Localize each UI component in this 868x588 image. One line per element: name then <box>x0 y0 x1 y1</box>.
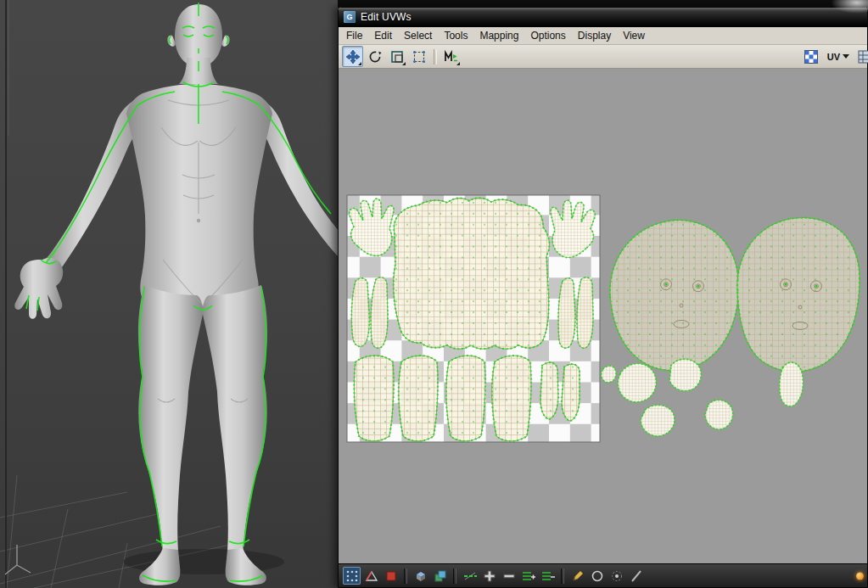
menu-display[interactable]: Display <box>572 28 617 43</box>
brush-falloff-button[interactable] <box>608 567 625 585</box>
uv-layout <box>339 69 867 563</box>
selection-toolbar <box>339 563 867 587</box>
menu-bar: File Edit Select Tools Mapping Options D… <box>339 27 867 45</box>
loop-shrink-button[interactable] <box>539 567 557 585</box>
dashed-line-icon <box>462 568 478 584</box>
checker-map-icon <box>804 49 819 64</box>
texture-list-icon <box>857 49 868 64</box>
menu-edit[interactable]: Edit <box>368 28 398 43</box>
dot-circle-icon <box>609 568 624 584</box>
uv-edit-canvas[interactable] <box>339 69 867 563</box>
toolbar-right-cluster: UV <box>801 45 867 68</box>
select-element-button[interactable] <box>412 567 429 585</box>
minus-icon <box>501 568 517 584</box>
freeform-mode-button[interactable] <box>408 46 429 67</box>
show-checker-map-button[interactable] <box>801 46 822 67</box>
chevron-down-icon <box>843 54 849 59</box>
uv-island-head-left[interactable] <box>610 220 738 370</box>
pencil-icon <box>570 568 585 584</box>
edge-loop-button[interactable] <box>461 567 479 585</box>
shrink-selection-button[interactable] <box>500 567 518 585</box>
lines-minus-icon <box>540 568 556 584</box>
window-title: Edit UVWs <box>361 11 412 23</box>
human-model[interactable] <box>14 4 350 585</box>
cube-icon <box>413 568 428 584</box>
menu-options[interactable]: Options <box>524 28 571 43</box>
texture-list-button[interactable] <box>854 46 868 67</box>
window-icon-glyph: G <box>346 13 352 21</box>
circle-icon <box>590 568 605 584</box>
menu-view[interactable]: View <box>617 28 651 43</box>
slash-icon <box>629 568 644 584</box>
move-tool-button[interactable] <box>342 46 363 67</box>
two-squares-icon <box>433 568 448 584</box>
menu-mapping[interactable]: Mapping <box>473 28 524 43</box>
toolbar-separator <box>453 568 456 584</box>
window-titlebar[interactable]: G Edit UVWs <box>339 8 867 27</box>
brush-size-button[interactable] <box>588 567 606 585</box>
flyout-corner <box>358 62 361 65</box>
freeform-icon <box>412 49 427 64</box>
mirror-tool-button[interactable] <box>440 46 462 67</box>
lines-plus-icon <box>521 568 536 584</box>
scale-tool-button[interactable] <box>386 46 407 67</box>
loop-grow-button[interactable] <box>519 567 537 585</box>
window-icon: G <box>344 11 356 23</box>
rotate-tool-button[interactable] <box>364 46 385 67</box>
plus-icon <box>482 568 497 584</box>
eraser-button[interactable] <box>627 567 645 585</box>
toolbar-separator <box>404 568 407 584</box>
edge-icon <box>364 568 379 584</box>
status-light <box>856 572 864 580</box>
uv-channel-dropdown[interactable]: UV <box>826 52 851 62</box>
grow-selection-button[interactable] <box>480 567 498 585</box>
flyout-corner <box>456 62 460 65</box>
paint-select-button[interactable] <box>568 567 586 585</box>
edge-mode-button[interactable] <box>362 567 380 585</box>
app-screen: G Edit UVWs File Edit Select Tools Mappi… <box>0 0 868 588</box>
flyout-corner <box>402 62 406 65</box>
toolbar-separator <box>561 568 564 584</box>
sync-selection-button[interactable] <box>431 567 449 585</box>
uv-channel-label: UV <box>827 52 840 62</box>
menu-tools[interactable]: Tools <box>438 28 473 43</box>
uv-island-torso[interactable] <box>394 198 550 349</box>
edit-uvws-window: G Edit UVWs File Edit Select Tools Mappi… <box>338 7 868 588</box>
menu-select[interactable]: Select <box>398 28 438 43</box>
viewport-render <box>0 0 365 588</box>
main-toolbar: UV <box>339 45 867 69</box>
uv-island-head-right[interactable] <box>737 218 860 372</box>
vertex-icon <box>344 568 360 584</box>
vertex-mode-button[interactable] <box>343 567 361 585</box>
rotate-icon <box>367 49 383 64</box>
menu-file[interactable]: File <box>340 28 368 43</box>
toolbar-separator <box>434 49 437 64</box>
polygon-mode-button[interactable] <box>382 567 400 585</box>
polygon-icon <box>384 568 399 584</box>
